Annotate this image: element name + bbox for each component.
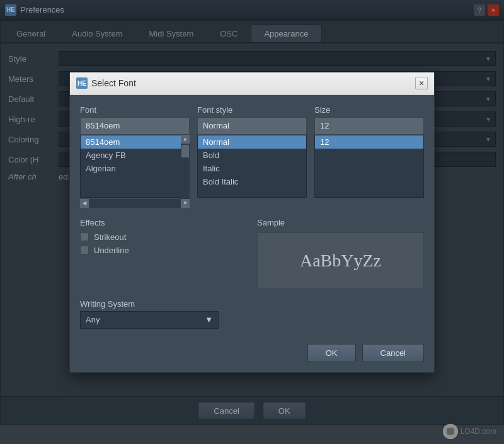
font-display: 8514oem — [80, 117, 190, 135]
writing-system-dropdown[interactable]: Any ▼ — [80, 311, 219, 329]
sample-col: Sample AaBbYyZz — [257, 218, 424, 289]
dialog-cancel-button[interactable]: Cancel — [362, 344, 424, 362]
font-scrollbar: ▲ ▼ — [181, 135, 190, 208]
select-font-dialog: HE Select Font × Font 8514oem 8514oem — [69, 72, 435, 373]
dialog-body: Font 8514oem 8514oem Agency FB Algerian … — [70, 95, 434, 372]
sample-text: AaBbYyZz — [300, 251, 381, 271]
underline-checkbox[interactable] — [80, 246, 89, 254]
hscroll-track — [89, 199, 181, 208]
style-item-normal[interactable]: Normal — [198, 135, 306, 149]
scrollbar-up-btn[interactable]: ▲ — [181, 135, 190, 144]
dialog-close-button[interactable]: × — [415, 77, 428, 89]
sample-preview: AaBbYyZz — [257, 232, 424, 289]
style-item-bold[interactable]: Bold — [198, 149, 306, 162]
font-list-wrap: 8514oem Agency FB Algerian ◀ ▶ ▲ — [80, 135, 190, 208]
dialog-title: Select Font — [91, 78, 136, 88]
font-column: Font 8514oem 8514oem Agency FB Algerian … — [80, 105, 190, 208]
underline-label: Underline — [94, 246, 129, 255]
size-display: 12 — [314, 117, 424, 135]
font-list-inner: 8514oem Agency FB Algerian ◀ ▶ — [80, 135, 190, 208]
effects-col: Effects Strikeout Underline — [80, 218, 247, 289]
writing-system: Writing System Any ▼ — [80, 299, 424, 329]
dialog-titlebar: HE Select Font × — [70, 72, 434, 95]
font-style-column: Font style Normal Normal Bold Italic Bol… — [197, 105, 307, 208]
strikeout-label: Strikeout — [94, 232, 126, 242]
dialog-app-icon: HE — [76, 77, 88, 89]
size-item-12[interactable]: 12 — [315, 135, 423, 149]
dialog-ok-button[interactable]: OK — [307, 344, 356, 362]
writing-system-label: Writing System — [80, 299, 424, 309]
effects-label: Effects — [80, 218, 247, 227]
strikeout-checkbox[interactable] — [80, 232, 89, 241]
strikeout-row: Strikeout — [80, 232, 247, 242]
font-list-item-agency[interactable]: Agency FB — [81, 149, 189, 162]
hscroll-left-btn[interactable]: ◀ — [80, 199, 89, 208]
underline-row: Underline — [80, 246, 247, 255]
font-style-label: Font style — [197, 105, 307, 115]
font-col-label: Font — [80, 105, 190, 115]
size-label: Size — [314, 105, 424, 115]
modal-overlay: HE Select Font × Font 8514oem 8514oem — [0, 0, 504, 444]
font-style-display: Normal — [197, 117, 307, 135]
style-list[interactable]: Normal Bold Italic Bold Italic — [197, 135, 307, 198]
scrollbar-thumb — [181, 145, 189, 157]
size-column: Size 12 12 — [314, 105, 424, 208]
style-item-italic[interactable]: Italic — [198, 162, 306, 175]
style-item-bolditalic[interactable]: Bold Italic — [198, 175, 306, 188]
scrollbar-track — [181, 144, 190, 199]
size-list[interactable]: 12 — [314, 135, 424, 198]
font-hscroll: ◀ ▶ — [80, 199, 190, 208]
writing-system-value: Any — [86, 315, 100, 324]
font-list[interactable]: 8514oem Agency FB Algerian — [80, 135, 190, 198]
dialog-buttons: OK Cancel — [80, 339, 424, 362]
chevron-down-icon: ▼ — [205, 315, 213, 324]
font-list-item-algerian[interactable]: Algerian — [81, 162, 189, 175]
font-list-item-8514[interactable]: 8514oem — [81, 135, 189, 149]
font-columns: Font 8514oem 8514oem Agency FB Algerian … — [80, 105, 424, 208]
scrollbar-down-btn[interactable]: ▼ — [181, 199, 190, 208]
effects-sample: Effects Strikeout Underline Sample AaBbY… — [80, 218, 424, 289]
sample-label: Sample — [257, 218, 424, 227]
